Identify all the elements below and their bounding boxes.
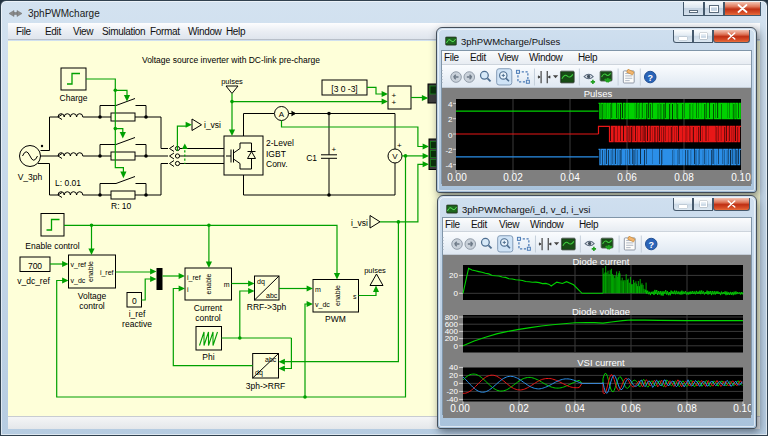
svg-text:i_ref: i_ref <box>100 269 114 277</box>
svg-text:enable: enable <box>334 285 341 306</box>
svg-text:0.10: 0.10 <box>731 172 751 183</box>
svg-text:dq: dq <box>257 278 265 286</box>
svg-text:Conv.: Conv. <box>266 159 288 169</box>
svg-text:Charge: Charge <box>60 93 88 103</box>
svg-text:3ph->RRF: 3ph->RRF <box>246 381 285 391</box>
svg-text:Voltage source inverter with D: Voltage source inverter with DC-link pre… <box>142 55 320 65</box>
svg-text:[3 0 -3]: [3 0 -3] <box>331 84 357 94</box>
svg-text:0.00: 0.00 <box>450 403 470 414</box>
svg-text:reactive: reactive <box>122 319 152 329</box>
svg-text:i_vsi: i_vsi <box>204 120 221 130</box>
svg-text:0.08: 0.08 <box>674 172 694 183</box>
svg-text:abc: abc <box>266 292 278 299</box>
svg-text:0.00: 0.00 <box>447 172 467 183</box>
svg-text:Phi: Phi <box>202 352 214 362</box>
svg-text:dq: dq <box>255 369 263 377</box>
svg-text:2: 2 <box>448 115 453 124</box>
svg-text:4: 4 <box>448 100 453 109</box>
svg-text:L: 0.01: L: 0.01 <box>55 178 81 188</box>
svg-text:enable: enable <box>205 273 212 294</box>
svg-text:v_dc: v_dc <box>71 277 86 285</box>
svg-text:V: V <box>392 152 398 161</box>
svg-text:s: s <box>353 293 357 300</box>
svg-text:pulses: pulses <box>364 266 386 275</box>
svg-text:?: ? <box>648 73 653 83</box>
svg-text:+: + <box>332 145 337 154</box>
svg-text:Diode current: Diode current <box>572 256 629 267</box>
svg-text:control: control <box>195 313 221 323</box>
svg-text:m: m <box>224 281 230 288</box>
svg-text:pulses: pulses <box>221 77 243 86</box>
svg-text:m: m <box>315 286 321 293</box>
svg-text:0: 0 <box>454 342 459 351</box>
svg-text:RRF->3ph: RRF->3ph <box>247 302 287 312</box>
svg-text:Current: Current <box>194 303 223 313</box>
svg-text:-2: -2 <box>445 146 453 155</box>
svg-text:+: + <box>397 141 402 150</box>
svg-text:A: A <box>279 110 285 119</box>
svg-text:i_vsi: i_vsi <box>351 218 368 228</box>
svg-text:0.08: 0.08 <box>677 403 697 414</box>
svg-text:0: 0 <box>448 131 453 140</box>
svg-text:enable: enable <box>87 261 94 282</box>
svg-text:C1: C1 <box>306 153 317 163</box>
svg-text:v_dc_ref: v_dc_ref <box>17 276 50 286</box>
svg-text:0.02: 0.02 <box>503 172 523 183</box>
svg-text:+: + <box>392 98 397 107</box>
svg-text:V_3ph: V_3ph <box>18 172 43 182</box>
svg-text:Voltage: Voltage <box>78 291 107 301</box>
svg-text:v_ref: v_ref <box>71 261 87 269</box>
svg-text:700: 700 <box>28 261 42 271</box>
svg-text:20: 20 <box>449 271 458 280</box>
svg-text:2-Level: 2-Level <box>266 138 294 148</box>
svg-text:Pulses: Pulses <box>584 88 613 99</box>
svg-text:-4: -4 <box>445 161 453 170</box>
svg-text:R: 10: R: 10 <box>111 201 132 211</box>
svg-text:i_ref: i_ref <box>187 274 201 282</box>
svg-text:0.04: 0.04 <box>565 403 585 414</box>
svg-text:?: ? <box>649 240 654 250</box>
svg-text:i: i <box>187 286 189 293</box>
svg-text:v_dc: v_dc <box>315 301 330 309</box>
svg-text:control: control <box>79 301 105 311</box>
svg-text:PWM: PWM <box>325 314 346 324</box>
svg-text:0.10: 0.10 <box>733 403 751 414</box>
svg-text:Enable control: Enable control <box>25 241 79 251</box>
svg-text:0: 0 <box>132 296 137 306</box>
svg-text:0: 0 <box>454 289 459 298</box>
svg-text:0.04: 0.04 <box>560 172 580 183</box>
svg-text:0.06: 0.06 <box>617 172 637 183</box>
svg-text:VSI current: VSI current <box>577 357 625 368</box>
svg-text:IGBT: IGBT <box>266 149 286 159</box>
svg-text:i_ref: i_ref <box>129 309 146 319</box>
svg-text:0.06: 0.06 <box>621 403 641 414</box>
svg-text:abc: abc <box>265 356 277 363</box>
svg-text:Diode voltage: Diode voltage <box>572 306 630 317</box>
svg-text:0.02: 0.02 <box>509 403 529 414</box>
